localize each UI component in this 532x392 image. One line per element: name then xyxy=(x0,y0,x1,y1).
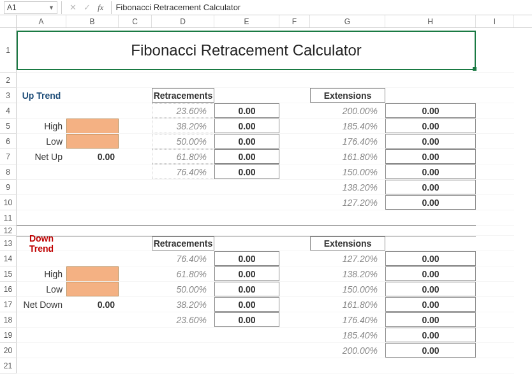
row-header[interactable]: 21 xyxy=(0,358,17,374)
ext-pct[interactable]: 127.20% xyxy=(310,195,385,210)
retr-pct[interactable]: 76.40% xyxy=(152,251,214,266)
ext-pct[interactable]: 150.00% xyxy=(310,282,385,296)
net-down-label: Net Down xyxy=(17,300,66,310)
ext-val[interactable]: 0.00 xyxy=(385,282,476,296)
ext-val[interactable]: 0.00 xyxy=(385,312,476,327)
retr-val[interactable]: 0.00 xyxy=(214,103,279,118)
row-header[interactable]: 5 xyxy=(0,119,17,134)
retr-val[interactable]: 0.00 xyxy=(214,119,279,133)
up-low-input[interactable] xyxy=(66,134,119,149)
ext-pct[interactable]: 176.40% xyxy=(310,134,385,149)
selection-handle-icon[interactable] xyxy=(473,67,477,71)
row-header[interactable]: 17 xyxy=(0,297,17,312)
row-header[interactable]: 16 xyxy=(0,282,17,297)
retr-val[interactable]: 0.00 xyxy=(214,149,279,164)
select-all-corner[interactable] xyxy=(0,15,17,27)
ext-val[interactable]: 0.00 xyxy=(385,119,476,133)
title-cell[interactable]: Fibonacci Retracement Calculator xyxy=(17,28,66,73)
up-trend-label: Up Trend xyxy=(17,91,66,101)
ext-val[interactable]: 0.00 xyxy=(385,266,476,281)
net-down-value[interactable]: 0.00 xyxy=(66,300,119,310)
retr-pct[interactable]: 76.40% xyxy=(152,164,214,179)
row-header[interactable]: 11 xyxy=(0,210,17,226)
ext-pct[interactable]: 200.00% xyxy=(310,103,385,118)
retracements-header: Retracements xyxy=(152,88,214,103)
retr-val[interactable]: 0.00 xyxy=(214,251,279,266)
col-header[interactable]: F xyxy=(279,15,310,27)
retr-val[interactable]: 0.00 xyxy=(214,164,279,179)
row-header[interactable]: 10 xyxy=(0,195,17,210)
col-header[interactable]: D xyxy=(152,15,214,27)
ext-pct[interactable]: 185.40% xyxy=(310,119,385,133)
col-header[interactable]: C xyxy=(119,15,152,27)
ext-pct[interactable]: 176.40% xyxy=(310,312,385,327)
row-header[interactable]: 6 xyxy=(0,134,17,149)
ext-val[interactable]: 0.00 xyxy=(385,328,476,342)
spreadsheet-grid[interactable]: 1 Fibonacci Retracement Calculator 2 3 U… xyxy=(0,28,532,374)
retr-val[interactable]: 0.00 xyxy=(214,297,279,312)
net-up-value[interactable]: 0.00 xyxy=(66,152,119,162)
col-header[interactable]: E xyxy=(214,15,279,27)
ext-val[interactable]: 0.00 xyxy=(385,251,476,266)
ext-val[interactable]: 0.00 xyxy=(385,103,476,118)
retr-pct[interactable]: 23.60% xyxy=(152,312,214,327)
ext-val[interactable]: 0.00 xyxy=(385,343,476,358)
retr-pct[interactable]: 38.20% xyxy=(152,297,214,312)
row-header[interactable]: 20 xyxy=(0,343,17,358)
col-header[interactable]: B xyxy=(66,15,119,27)
ext-pct[interactable]: 161.80% xyxy=(310,149,385,164)
row-header[interactable]: 18 xyxy=(0,312,17,328)
net-up-label: Net Up xyxy=(17,152,66,162)
fx-icon[interactable]: fx xyxy=(98,3,103,13)
name-box[interactable]: A1 ▼ xyxy=(4,1,57,14)
retr-val[interactable]: 0.00 xyxy=(214,266,279,281)
ext-pct[interactable]: 138.20% xyxy=(310,180,385,194)
ext-pct[interactable]: 150.00% xyxy=(310,164,385,179)
row-header[interactable]: 1 xyxy=(0,28,17,73)
row-header[interactable]: 15 xyxy=(0,266,17,282)
row-header[interactable]: 7 xyxy=(0,149,17,164)
ext-val[interactable]: 0.00 xyxy=(385,149,476,164)
retr-val[interactable]: 0.00 xyxy=(214,312,279,327)
row-header[interactable]: 8 xyxy=(0,164,17,180)
retr-pct[interactable]: 61.80% xyxy=(152,149,214,164)
row-header[interactable]: 2 xyxy=(0,73,17,88)
col-header[interactable]: G xyxy=(310,15,385,27)
formula-content[interactable]: Fibonacci Retracement Calculator xyxy=(115,3,240,12)
retr-val[interactable]: 0.00 xyxy=(214,134,279,149)
low-label: Low xyxy=(17,284,66,294)
down-high-input[interactable] xyxy=(66,266,119,281)
col-header[interactable]: A xyxy=(17,15,66,27)
extensions-header: Extensions xyxy=(310,236,385,250)
low-label: Low xyxy=(17,136,66,147)
ext-pct[interactable]: 200.00% xyxy=(310,343,385,358)
ext-pct[interactable]: 138.20% xyxy=(310,266,385,281)
ext-val[interactable]: 0.00 xyxy=(385,164,476,179)
retracements-header: Retracements xyxy=(152,236,214,250)
row-header[interactable]: 14 xyxy=(0,251,17,266)
ext-val[interactable]: 0.00 xyxy=(385,134,476,149)
row-header[interactable]: 4 xyxy=(0,103,17,119)
row-header[interactable]: 9 xyxy=(0,180,17,195)
down-low-input[interactable] xyxy=(66,282,119,296)
ext-pct[interactable]: 161.80% xyxy=(310,297,385,312)
retr-pct[interactable]: 61.80% xyxy=(152,266,214,281)
row-header[interactable]: 13 xyxy=(0,236,17,251)
ext-pct[interactable]: 127.20% xyxy=(310,251,385,266)
ext-val[interactable]: 0.00 xyxy=(385,195,476,210)
up-high-input[interactable] xyxy=(66,119,119,133)
chevron-down-icon[interactable]: ▼ xyxy=(48,4,54,11)
retr-pct[interactable]: 38.20% xyxy=(152,119,214,133)
row-header[interactable]: 12 xyxy=(0,226,17,236)
ext-pct[interactable]: 185.40% xyxy=(310,328,385,342)
row-header[interactable]: 19 xyxy=(0,328,17,343)
retr-pct[interactable]: 50.00% xyxy=(152,282,214,296)
retr-pct[interactable]: 23.60% xyxy=(152,103,214,118)
row-header[interactable]: 3 xyxy=(0,88,17,103)
ext-val[interactable]: 0.00 xyxy=(385,297,476,312)
col-header[interactable]: H xyxy=(385,15,476,27)
retr-val[interactable]: 0.00 xyxy=(214,282,279,296)
col-header[interactable]: I xyxy=(476,15,514,27)
ext-val[interactable]: 0.00 xyxy=(385,180,476,194)
retr-pct[interactable]: 50.00% xyxy=(152,134,214,149)
